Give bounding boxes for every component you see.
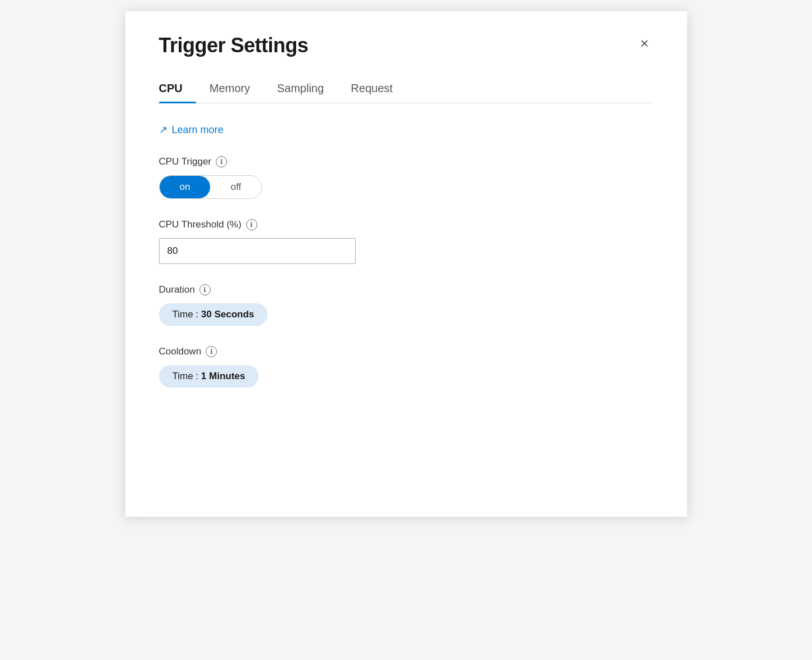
tab-cpu[interactable]: CPU [159, 75, 196, 103]
duration-value: 30 Seconds [201, 309, 255, 320]
dialog-header: Trigger Settings × [159, 34, 654, 57]
tab-sampling[interactable]: Sampling [277, 75, 337, 103]
duration-info-icon[interactable]: ℹ [199, 284, 211, 295]
close-button[interactable]: × [636, 34, 653, 53]
cpu-trigger-label-group: CPU Trigger ℹ [159, 156, 654, 167]
cpu-threshold-label-group: CPU Threshold (%) ℹ [159, 219, 654, 230]
cooldown-label: Cooldown [159, 346, 202, 357]
learn-more-link[interactable]: Learn more [172, 124, 224, 136]
cooldown-section: Cooldown ℹ Time : 1 Minutes [159, 346, 654, 388]
external-link-icon: ↗ [159, 124, 167, 136]
cpu-threshold-section: CPU Threshold (%) ℹ [159, 219, 654, 264]
cooldown-prefix: Time : [173, 371, 201, 381]
cooldown-badge[interactable]: Time : 1 Minutes [159, 365, 259, 388]
toggle-off-button[interactable]: off [210, 176, 261, 198]
trigger-settings-dialog: Trigger Settings × CPU Memory Sampling R… [125, 11, 687, 517]
duration-label-group: Duration ℹ [159, 284, 654, 295]
cpu-threshold-label: CPU Threshold (%) [159, 219, 242, 230]
duration-prefix: Time : [173, 309, 201, 320]
cooldown-info-icon[interactable]: ℹ [206, 346, 217, 357]
duration-label: Duration [159, 284, 195, 295]
learn-more-section: ↗ Learn more [159, 124, 654, 136]
cooldown-label-group: Cooldown ℹ [159, 346, 654, 357]
cpu-threshold-input[interactable] [159, 238, 356, 264]
toggle-on-button[interactable]: on [160, 176, 211, 198]
dialog-title: Trigger Settings [159, 34, 309, 57]
tab-bar: CPU Memory Sampling Request [159, 75, 654, 103]
cpu-trigger-label: CPU Trigger [159, 156, 212, 167]
cpu-trigger-section: CPU Trigger ℹ on off [159, 156, 654, 199]
cpu-trigger-toggle[interactable]: on off [159, 175, 262, 199]
tab-request[interactable]: Request [351, 75, 406, 103]
cpu-threshold-info-icon[interactable]: ℹ [246, 219, 257, 230]
duration-section: Duration ℹ Time : 30 Seconds [159, 284, 654, 326]
tab-memory[interactable]: Memory [210, 75, 264, 103]
cpu-trigger-info-icon[interactable]: ℹ [216, 156, 227, 167]
cooldown-value: 1 Minutes [201, 371, 245, 381]
duration-badge[interactable]: Time : 30 Seconds [159, 303, 268, 326]
